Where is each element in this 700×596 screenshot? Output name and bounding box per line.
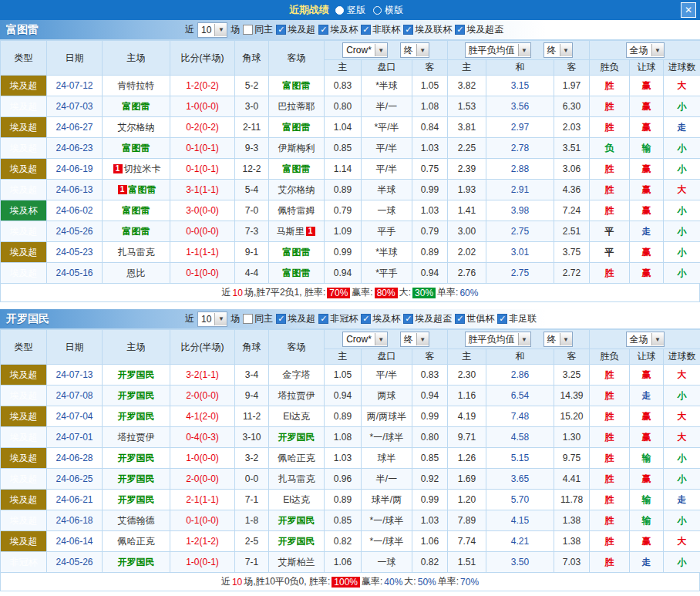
checkbox-icon[interactable] (497, 314, 507, 324)
avg-type-select[interactable]: 胜平负均值▼ (465, 42, 531, 58)
filter-option[interactable]: 埃及超盃 (403, 312, 452, 325)
checkbox-icon[interactable] (318, 25, 328, 35)
home-team-cell[interactable]: 开罗国民 (103, 365, 170, 386)
away-team-cell[interactable]: 塔拉贾伊 (269, 386, 325, 406)
match-date-cell: 24-07-03 (47, 96, 103, 117)
checkbox-icon[interactable] (243, 314, 253, 324)
home-team-cell[interactable]: 富图雷 (103, 200, 170, 221)
layout-toggle: 竖版横版 (335, 4, 411, 17)
checkbox-icon[interactable] (361, 314, 371, 324)
radio-horizontal-label[interactable]: 横版 (385, 5, 403, 15)
team-link-label: 开罗国民 (278, 432, 315, 443)
home-team-cell[interactable]: 开罗国民 (103, 406, 170, 427)
radio-horizontal-icon[interactable] (373, 6, 382, 15)
filter-option[interactable]: 埃及超盃 (455, 23, 503, 36)
away-team-cell[interactable]: 艾斯柏兰 (269, 552, 325, 573)
away-team-cell[interactable]: El达克 (269, 406, 325, 427)
odds-company-select[interactable]: Crow*▼ (342, 332, 388, 347)
away-team-cell[interactable]: 金字塔 (269, 365, 325, 386)
scope-select[interactable]: 全场▼ (626, 42, 665, 58)
odds-company-select[interactable]: Crow*▼ (342, 42, 388, 58)
match-count-select[interactable]: 10▼ (197, 22, 227, 38)
away-team-cell[interactable]: 开罗国民 (269, 427, 325, 448)
checkbox-icon[interactable] (318, 314, 328, 324)
home-team-cell[interactable]: 肯特拉特 (103, 76, 170, 96)
filter-option[interactable]: 埃及超 (276, 312, 315, 325)
away-team-cell[interactable]: 富图雷 (269, 76, 325, 96)
result-header-group: 全场▼ (590, 330, 700, 349)
score-cell: 0-1(0-0) (170, 510, 235, 531)
away-team-cell[interactable]: 扎马雷克 (269, 469, 325, 490)
home-team-cell[interactable]: 开罗国民 (103, 469, 170, 490)
avg-time-select[interactable]: 终▼ (544, 332, 573, 347)
home-team-cell[interactable]: 开罗国民 (103, 448, 170, 469)
avg-time-select[interactable]: 终▼ (544, 42, 573, 58)
away-team-cell[interactable]: 开罗国民 (269, 531, 325, 552)
filter-option[interactable]: 世俱杯 (455, 312, 494, 325)
filter-option[interactable]: 同主 (243, 312, 273, 325)
away-team-cell[interactable]: 马斯里1 (269, 221, 325, 242)
home-team-cell[interactable]: 开罗国民 (103, 386, 170, 406)
filter-option[interactable]: 埃及杯 (318, 23, 358, 36)
odds-time-select[interactable]: 终▼ (400, 332, 429, 347)
home-team-cell[interactable]: 艾德翰德 (103, 510, 170, 531)
home-team-cell[interactable]: 1富图雷 (103, 180, 170, 200)
scope-select[interactable]: 全场▼ (626, 332, 665, 347)
avg-away-cell: 15.20 (554, 406, 590, 427)
handicap-result-cell: 赢 (630, 117, 664, 138)
checkbox-icon[interactable] (361, 25, 371, 35)
odds-handicap-cell: 两/两球半 (362, 406, 412, 427)
filter-option[interactable]: 埃及超 (276, 23, 315, 36)
home-team-cell[interactable]: 富图雷 (103, 138, 170, 159)
home-team-cell[interactable]: 艾尔格纳 (103, 117, 170, 138)
away-team-cell[interactable]: 佩特雷姆 (269, 200, 325, 221)
odds-handicap-cell: *一/球半 (362, 510, 412, 531)
away-team-cell[interactable]: 佩哈正克 (269, 448, 325, 469)
league-filter-checkboxes: 同主埃及超埃及杯非联杯埃及联杯埃及超盃 (243, 23, 506, 37)
filter-option[interactable]: 同主 (243, 23, 273, 36)
filter-option[interactable]: 非足联 (497, 312, 537, 325)
radio-vertical-icon[interactable] (335, 6, 344, 15)
checkbox-icon[interactable] (455, 314, 465, 324)
team-link-label: 开罗国民 (118, 369, 155, 380)
away-team-cell[interactable]: 艾尔格纳 (269, 180, 325, 200)
checkbox-icon[interactable] (455, 25, 465, 35)
odds-home-cell: 1.14 (325, 159, 362, 180)
home-team-cell[interactable]: 开罗国民 (103, 552, 170, 573)
away-team-cell[interactable]: 富图雷 (269, 117, 325, 138)
away-team-cell[interactable]: 开罗国民 (269, 510, 325, 531)
checkbox-icon[interactable] (276, 314, 286, 324)
odds-time-select[interactable]: 终▼ (400, 42, 429, 58)
filter-option[interactable]: 非联杯 (361, 23, 400, 36)
score-cell: 3-2(1-1) (170, 365, 235, 386)
filter-option[interactable]: 埃及联杯 (403, 23, 452, 36)
home-team-cell[interactable]: 恩比 (103, 263, 170, 284)
home-team-cell[interactable]: 富图雷 (103, 221, 170, 242)
filter-option[interactable]: 埃及杯 (361, 312, 400, 325)
radio-vertical-label[interactable]: 竖版 (347, 5, 365, 15)
filter-option[interactable]: 非冠杯 (318, 312, 358, 325)
away-team-cell[interactable]: 伊斯梅利 (269, 138, 325, 159)
away-team-cell[interactable]: 富图雷 (269, 159, 325, 180)
summary-part: 10 (233, 288, 243, 298)
home-team-cell[interactable]: 塔拉贾伊 (103, 427, 170, 448)
home-team-cell[interactable]: 佩哈正克 (103, 531, 170, 552)
checkbox-icon[interactable] (403, 25, 413, 35)
home-team-cell[interactable]: 开罗国民 (103, 490, 170, 510)
checkbox-icon[interactable] (243, 25, 253, 35)
avg-draw-cell: 7.48 (486, 406, 554, 427)
home-team-cell[interactable]: 扎马雷克 (103, 242, 170, 263)
checkbox-icon[interactable] (276, 25, 286, 35)
away-team-cell[interactable]: 富图雷 (269, 242, 325, 263)
away-team-cell[interactable]: 富图雷 (269, 263, 325, 284)
team-link-label: 马斯里 (277, 226, 305, 237)
checkbox-icon[interactable] (403, 314, 413, 324)
home-team-cell[interactable]: 富图雷 (103, 96, 170, 117)
avg-type-select[interactable]: 胜平负均值▼ (465, 332, 531, 347)
away-team-cell[interactable]: El达克 (269, 490, 325, 510)
match-count-select[interactable]: 10▼ (197, 311, 227, 327)
home-team-cell[interactable]: 1切拉米卡 (103, 159, 170, 180)
odds-away-cell: 0.94 (412, 386, 448, 406)
away-team-cell[interactable]: 巴拉蒂耶 (269, 96, 325, 117)
close-button[interactable]: ✕ (681, 2, 696, 18)
